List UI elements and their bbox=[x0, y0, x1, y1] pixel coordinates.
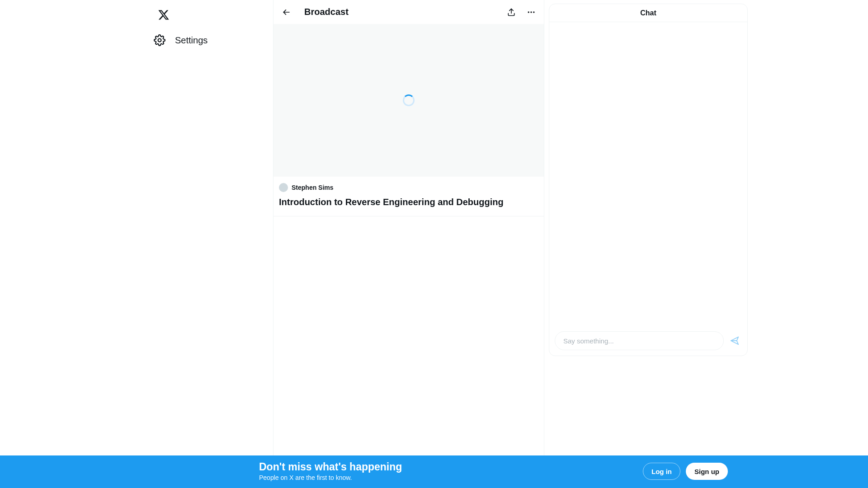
main-header: Broadcast bbox=[274, 0, 544, 24]
send-icon bbox=[730, 336, 740, 346]
logo-link[interactable] bbox=[152, 4, 175, 26]
author-name: Stephen Sims bbox=[292, 184, 334, 191]
send-button[interactable] bbox=[727, 333, 742, 348]
broadcast-meta: Stephen Sims Introduction to Reverse Eng… bbox=[274, 177, 544, 216]
svg-point-1 bbox=[528, 11, 529, 13]
svg-point-0 bbox=[158, 39, 161, 42]
x-logo-icon bbox=[158, 9, 170, 21]
gear-icon bbox=[152, 33, 167, 47]
arrow-left-icon bbox=[282, 8, 291, 17]
signup-button[interactable]: Sign up bbox=[686, 463, 728, 480]
back-button[interactable] bbox=[278, 4, 294, 20]
chat-input[interactable] bbox=[555, 331, 724, 350]
sidebar-item-label: Settings bbox=[175, 35, 208, 46]
video-player[interactable] bbox=[274, 24, 544, 177]
main-column: Broadcast Stephen Sims bbox=[273, 0, 544, 488]
nav-list: Settings bbox=[151, 28, 273, 52]
share-button[interactable] bbox=[503, 4, 519, 20]
banner-subtitle: People on X are the first to know. bbox=[259, 474, 402, 481]
login-button[interactable]: Log in bbox=[643, 463, 680, 480]
chat-header: Chat bbox=[549, 4, 747, 22]
chat-input-row bbox=[549, 327, 747, 356]
header-actions bbox=[503, 4, 539, 20]
svg-point-2 bbox=[530, 11, 532, 13]
avatar bbox=[279, 183, 288, 192]
svg-point-3 bbox=[533, 11, 534, 13]
more-horizontal-icon bbox=[527, 8, 536, 17]
loading-spinner-icon bbox=[403, 94, 415, 106]
broadcast-title: Introduction to Reverse Engineering and … bbox=[279, 197, 538, 208]
banner-title: Don't miss what's happening bbox=[259, 461, 402, 473]
more-button[interactable] bbox=[523, 4, 539, 20]
author-row[interactable]: Stephen Sims bbox=[279, 183, 538, 192]
banner-actions: Log in Sign up bbox=[643, 463, 728, 480]
chat-panel: Chat bbox=[549, 4, 748, 356]
signup-banner: Don't miss what's happening People on X … bbox=[0, 455, 868, 488]
sidebar-item-settings[interactable]: Settings bbox=[151, 28, 273, 52]
banner-text: Don't miss what's happening People on X … bbox=[259, 461, 402, 481]
sidebar: Settings bbox=[151, 0, 273, 52]
share-icon bbox=[507, 8, 516, 17]
logo-row bbox=[151, 4, 273, 26]
page-title: Broadcast bbox=[304, 7, 503, 17]
chat-messages[interactable] bbox=[549, 22, 747, 327]
